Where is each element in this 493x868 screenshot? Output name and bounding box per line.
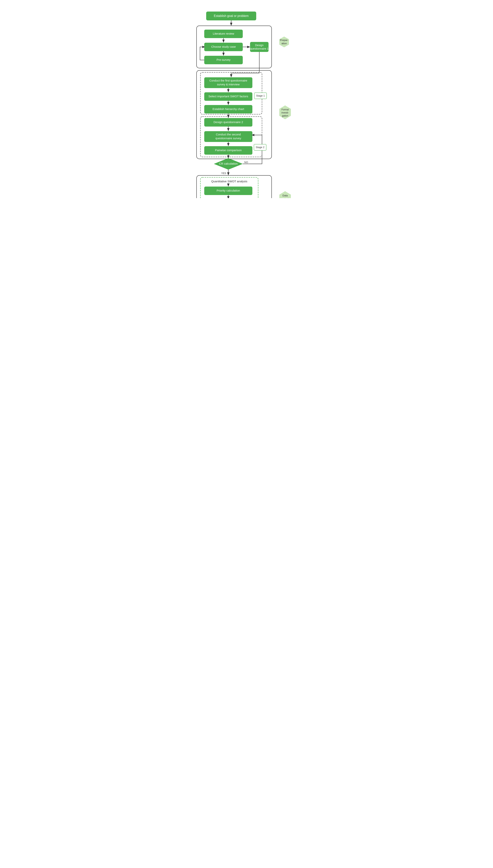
data-hex-text1: Data xyxy=(282,194,288,197)
formal-hex-text3: gation xyxy=(282,114,288,117)
formal-hex-text1: Formal xyxy=(281,108,288,111)
formal-hex-text2: investi- xyxy=(281,111,288,114)
choose-text: Choose study case xyxy=(211,45,236,48)
conduct1-text1: Conduct the first questionnaire xyxy=(209,79,247,82)
yes-label-text: YES xyxy=(221,172,226,175)
hierarchy-text: Establish hierarchy chart xyxy=(212,107,244,111)
stage1-label-text: Stage 1 xyxy=(256,94,265,97)
pairwise-text: Pairwise comparison xyxy=(215,149,241,152)
conduct2-text1: Conduct the second xyxy=(216,133,241,136)
prep-hex-text1: Prepar- xyxy=(280,39,288,42)
quant-swot-label: Quantitative SWOT analysis xyxy=(211,180,247,183)
priority-text: Priority calculation xyxy=(217,189,240,192)
stage2-label-text: Stage 2 xyxy=(256,146,264,149)
prep-hex-text2: ation xyxy=(281,42,287,45)
presurvey-text: Pre-survey xyxy=(216,58,231,61)
main-flowchart-svg: Establish goal or problem Literature rev… xyxy=(193,9,300,198)
dq1-text2: questionnaire 1 xyxy=(250,47,269,50)
presurvey-loop-path xyxy=(200,47,204,60)
swot-text: Select important SWOT factors xyxy=(208,95,248,98)
establish-goal-text: Establish goal or problem xyxy=(214,14,249,18)
dq2-text: Design questionnaire 2 xyxy=(213,120,243,124)
conduct2-text2: questionnaire survey xyxy=(215,137,241,140)
conduct1-text2: survey & interview xyxy=(217,83,240,86)
dq1-text1: Design xyxy=(255,44,263,47)
dq1-rect xyxy=(250,42,269,52)
no-label-text: NO xyxy=(244,161,248,164)
data-hex-text2: analysis xyxy=(280,197,290,198)
lit-review-text: Literature review xyxy=(213,32,234,35)
cr-text: CR calculation xyxy=(219,162,238,165)
